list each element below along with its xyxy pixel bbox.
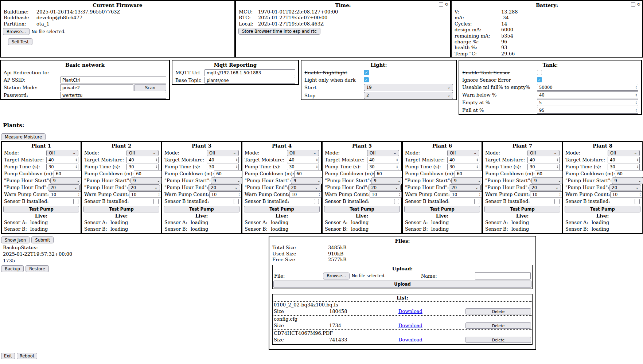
spinner-icon[interactable]: ▴▾ bbox=[316, 165, 317, 169]
spinner-icon[interactable]: ▴▾ bbox=[557, 165, 558, 169]
plant-pump_cooldown_m-input[interactable]: 60▴▾ bbox=[54, 171, 86, 177]
plant-pump_hour_start-select[interactable]: 9⌄ bbox=[451, 177, 483, 184]
plant-pump_cooldown_m-input[interactable]: 60▴▾ bbox=[294, 171, 326, 177]
plant-mode-select[interactable]: Off⌄ bbox=[287, 150, 319, 156]
spinner-icon[interactable]: ▴▾ bbox=[397, 158, 398, 162]
spinner-icon[interactable]: ▴▾ bbox=[636, 86, 637, 89]
spinner-icon[interactable]: ▴▾ bbox=[239, 193, 240, 196]
plant-pump_hour_start-select[interactable]: 9⌄ bbox=[130, 177, 163, 184]
plant-mode-select[interactable]: Off⌄ bbox=[608, 150, 640, 156]
plant-sensor_b_installed-checkbox[interactable] bbox=[554, 199, 560, 204]
self-test-button[interactable]: Self-Test bbox=[8, 38, 32, 45]
plant-pump_time_s-input[interactable]: 30▴▾ bbox=[447, 164, 479, 170]
plant-pump_hour_start-select[interactable]: 9⌄ bbox=[531, 177, 564, 184]
enable-nightlight-checkbox[interactable] bbox=[364, 70, 369, 75]
plant-pump_time_s-input[interactable]: 30▴▾ bbox=[287, 164, 319, 170]
ap-ssid-input[interactable]: PlantCtrl bbox=[60, 77, 166, 83]
plant-mode-select[interactable]: Off⌄ bbox=[46, 150, 78, 156]
plant-warn_pump_count-input[interactable]: 10▴▾ bbox=[289, 191, 322, 198]
plant-warn_pump_count-input[interactable]: 10▴▾ bbox=[209, 191, 241, 198]
plant-mode-select[interactable]: Off⌄ bbox=[527, 150, 560, 156]
spinner-icon[interactable]: ▴▾ bbox=[479, 193, 480, 196]
measure-moisture-button[interactable]: Measure Moisture bbox=[1, 133, 46, 140]
useable-ml-input[interactable]: 50000▴▾ bbox=[537, 84, 638, 91]
plant-pump_time_s-input[interactable]: 30▴▾ bbox=[46, 164, 78, 170]
spinner-icon[interactable]: ▴▾ bbox=[316, 158, 317, 162]
plant-mode-select[interactable]: Off⌄ bbox=[367, 150, 399, 156]
plant-warn_pump_count-input[interactable]: 10▴▾ bbox=[450, 191, 482, 198]
spinner-icon[interactable]: ▴▾ bbox=[159, 193, 160, 196]
warn-below-input[interactable]: 40▴▾ bbox=[537, 91, 638, 98]
spinner-icon[interactable]: ▴▾ bbox=[236, 158, 237, 162]
plant-warn_pump_count-input[interactable]: 10▴▾ bbox=[610, 191, 642, 198]
upload-button[interactable]: Upload bbox=[273, 281, 531, 288]
download-link[interactable]: Download bbox=[398, 323, 422, 328]
spinner-icon[interactable]: ▴▾ bbox=[637, 158, 638, 162]
plant-pump_time_s-input[interactable]: 30▴▾ bbox=[367, 164, 399, 170]
spinner-icon[interactable]: ▴▾ bbox=[76, 158, 77, 162]
plant-sensor_b_installed-checkbox[interactable] bbox=[394, 199, 399, 204]
plant-warn_pump_count-input[interactable]: 10▴▾ bbox=[129, 191, 161, 198]
test-pump-button[interactable]: Test Pump bbox=[324, 206, 400, 212]
delete-button[interactable]: Delete bbox=[465, 322, 531, 329]
test-pump-button[interactable]: Test Pump bbox=[83, 206, 159, 212]
empty-at-input[interactable]: 5▴▾ bbox=[537, 99, 638, 106]
plant-target_moisture-input[interactable]: 40▴▾ bbox=[367, 157, 399, 163]
submit-button[interactable]: Submit bbox=[31, 236, 54, 243]
plant-sensor_b_installed-checkbox[interactable] bbox=[314, 199, 319, 204]
plant-pump_time_s-input[interactable]: 30▴▾ bbox=[126, 164, 159, 170]
plant-pump_cooldown_m-input[interactable]: 60▴▾ bbox=[535, 171, 567, 177]
plant-pump_hour_end-select[interactable]: 20⌄ bbox=[128, 184, 160, 191]
plant-target_moisture-input[interactable]: 40▴▾ bbox=[287, 157, 319, 163]
spinner-icon[interactable]: ▴▾ bbox=[78, 193, 79, 196]
plant-mode-select[interactable]: Off⌄ bbox=[447, 150, 479, 156]
plant-sensor_b_installed-checkbox[interactable] bbox=[474, 199, 479, 204]
spinner-icon[interactable]: ▴▾ bbox=[637, 165, 638, 169]
plant-pump_hour_end-select[interactable]: 20⌄ bbox=[609, 184, 641, 191]
spinner-icon[interactable]: ▴▾ bbox=[640, 193, 641, 196]
plant-warn_pump_count-input[interactable]: 10▴▾ bbox=[49, 191, 81, 198]
plant-pump_hour_start-select[interactable]: 9⌄ bbox=[612, 177, 643, 184]
plant-target_moisture-input[interactable]: 40▴▾ bbox=[126, 157, 159, 163]
plant-sensor_b_installed-checkbox[interactable] bbox=[234, 199, 239, 204]
spinner-icon[interactable]: ▴▾ bbox=[397, 165, 398, 169]
plant-target_moisture-input[interactable]: 40▴▾ bbox=[608, 157, 640, 163]
browse-button[interactable]: Browse... bbox=[3, 28, 30, 35]
refresh-icon[interactable]: ↻ bbox=[637, 2, 640, 7]
station-mode-input[interactable]: private2 bbox=[60, 84, 133, 91]
ignore-sensor-error-checkbox[interactable] bbox=[537, 77, 542, 82]
download-link[interactable]: Download bbox=[398, 337, 422, 343]
spinner-icon[interactable]: ▴▾ bbox=[319, 193, 320, 196]
plant-pump_hour_start-select[interactable]: 9⌄ bbox=[211, 177, 243, 184]
spinner-icon[interactable]: ▴▾ bbox=[156, 158, 157, 162]
plant-target_moisture-input[interactable]: 40▴▾ bbox=[207, 157, 239, 163]
spinner-icon[interactable]: ▴▾ bbox=[560, 193, 561, 196]
plant-pump_hour_start-select[interactable]: 9⌄ bbox=[371, 177, 403, 184]
plant-pump_cooldown_m-input[interactable]: 60▴▾ bbox=[374, 171, 406, 177]
light-start-select[interactable]: 19⌄ bbox=[364, 84, 453, 91]
plant-pump_time_s-input[interactable]: 30▴▾ bbox=[527, 164, 560, 170]
plant-pump_cooldown_m-input[interactable]: 60▴▾ bbox=[615, 171, 643, 177]
plant-sensor_b_installed-checkbox[interactable] bbox=[635, 199, 640, 204]
plant-pump_hour_end-select[interactable]: 20⌄ bbox=[529, 184, 561, 191]
store-browser-time-button[interactable]: Store Browser time into esp and rtc bbox=[238, 28, 320, 35]
plant-pump_hour_end-select[interactable]: 20⌄ bbox=[288, 184, 320, 191]
scan-button[interactable]: Scan bbox=[134, 84, 166, 91]
light-only-when-dark-checkbox[interactable] bbox=[364, 77, 369, 82]
plant-pump_cooldown_m-input[interactable]: 60▴▾ bbox=[455, 171, 487, 177]
spinner-icon[interactable]: ▴▾ bbox=[76, 165, 77, 169]
plant-warn_pump_count-input[interactable]: 10▴▾ bbox=[370, 191, 402, 198]
spinner-icon[interactable]: ▴▾ bbox=[399, 193, 400, 196]
spinner-icon[interactable]: ▴▾ bbox=[477, 165, 478, 169]
restore-button[interactable]: Restore bbox=[26, 265, 49, 272]
auto-refresh-checkbox[interactable] bbox=[631, 2, 635, 7]
plant-pump_hour_end-select[interactable]: 20⌄ bbox=[449, 184, 481, 191]
test-pump-button[interactable]: Test Pump bbox=[484, 206, 560, 212]
delete-button[interactable]: Delete bbox=[465, 337, 531, 343]
plant-sensor_b_installed-checkbox[interactable] bbox=[153, 199, 159, 204]
plant-pump_hour_start-select[interactable]: 9⌄ bbox=[291, 177, 323, 184]
plant-target_moisture-input[interactable]: 40▴▾ bbox=[447, 157, 479, 163]
backup-button[interactable]: Backup bbox=[1, 265, 24, 272]
test-pump-button[interactable]: Test Pump bbox=[565, 206, 640, 212]
plant-sensor_b_installed-checkbox[interactable] bbox=[73, 199, 78, 204]
